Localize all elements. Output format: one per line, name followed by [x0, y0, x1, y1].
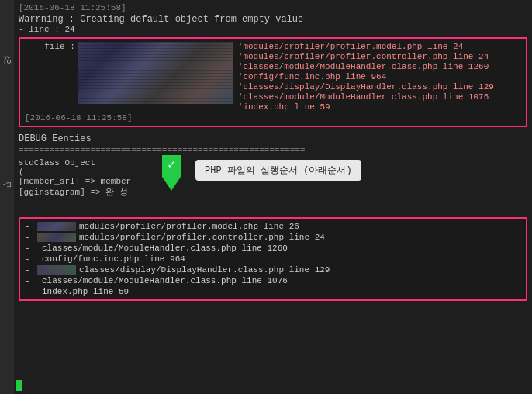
top-section: [2016-06-18 11:25:58] Warrning : Creatin…: [19, 3, 527, 34]
trace-path-6: 'index.php line 59: [238, 102, 494, 112]
btrace-row-0: - modules/profiler/profiler.model.php li…: [25, 222, 521, 231]
middle-section: DEBUG Eenties ==========================…: [19, 133, 527, 213]
sidebar-label-it: 있: [2, 62, 14, 71]
checkmark-icon: ✓: [168, 157, 175, 172]
sidebar-label-da: 다: [2, 186, 14, 195]
btrace-path-1: modules/profiler/profiler.controller.php…: [79, 233, 325, 242]
trace-path-5: 'classes/module/ModuleHandler.class.php …: [238, 92, 494, 102]
trace-path-2: 'classes/module/ModuleHandler.class.php …: [238, 62, 494, 71]
trace-paths-top: 'modules/profiler/profiler.model.php lin…: [238, 42, 494, 112]
debug-title: DEBUG Eenties: [19, 133, 527, 144]
timestamp: [2016-06-18 11:25:58]: [19, 3, 527, 12]
bthumbnail-4: [37, 265, 76, 275]
terminal-window: 있 다 [2016-06-18 11:25:58] Warrning : Cre…: [0, 0, 532, 394]
trace-box-bottom: - modules/profiler/profiler.model.php li…: [19, 217, 527, 301]
trace-file-row: - - file : 'modules/profiler/profiler.mo…: [25, 42, 521, 112]
gginstagram: [gginstagram] => 완 성: [19, 186, 527, 198]
btrace-row-3: - config/func.inc.php line 964: [25, 254, 521, 264]
btrace-row-6: - index.php line 59: [25, 287, 521, 296]
green-arrow-container: ✓: [162, 155, 181, 191]
bthumbnail-1: [37, 233, 76, 242]
warning-line: Warrning : Creating default object from …: [19, 14, 527, 25]
btrace-path-6: index.php line 59: [42, 287, 129, 296]
trace-thumbnail-image: [78, 42, 233, 104]
trace-box-top: - - file : 'modules/profiler/profiler.mo…: [19, 37, 527, 127]
terminal-cursor: [16, 380, 22, 391]
bthumbnail-0: [37, 222, 76, 231]
trace-path-0: 'modules/profiler/profiler.model.php lin…: [238, 42, 494, 51]
btrace-row-2: - classes/module/ModuleHandler.class.php…: [25, 244, 521, 253]
trace-path-3: 'config/func.inc.php line 964: [238, 72, 494, 81]
btrace-path-4: classes/display/DisplayHandler.class.php…: [79, 265, 330, 275]
btrace-row-4: - classes/display/DisplayHandler.class.p…: [25, 265, 521, 275]
arrow-head-down: [162, 177, 181, 191]
dash: -: [25, 42, 31, 51]
separator: ========================================…: [19, 146, 527, 155]
bottom-trace-rows: - modules/profiler/profiler.model.php li…: [25, 222, 521, 296]
arrow-body: ✓: [162, 155, 181, 177]
line-indicator: - line : 24: [19, 25, 527, 34]
btrace-path-0: modules/profiler/profiler.model.php line…: [79, 222, 299, 231]
btrace-path-5: classes/module/ModuleHandler.class.php l…: [42, 276, 288, 285]
annotation-text: PHP 파일의 실행순서 (아래순서): [205, 164, 352, 177]
stdclass-section: stdClass Object ( [member_srl] => member…: [19, 158, 527, 213]
annotation-bubble: PHP 파일의 실행순서 (아래순서): [195, 160, 361, 181]
btrace-path-2: classes/module/ModuleHandler.class.php l…: [42, 244, 288, 253]
left-sidebar: 있 다: [0, 0, 14, 394]
btrace-row-1: - modules/profiler/profiler.controller.p…: [25, 233, 521, 242]
main-content: [2016-06-18 11:25:58] Warrning : Creatin…: [14, 0, 532, 394]
timestamp2: [2016-06-18 11:25:58]: [25, 113, 521, 123]
trace-path-4: 'classes/display/DisplayHandler.class.ph…: [238, 82, 494, 92]
trace-path-1: 'modules/profiler/profiler.controller.ph…: [238, 52, 494, 61]
btrace-row-5: - classes/module/ModuleHandler.class.php…: [25, 276, 521, 285]
warning-text: Warrning : Creating default object from …: [19, 14, 303, 25]
btrace-path-3: config/func.inc.php line 964: [42, 254, 185, 264]
